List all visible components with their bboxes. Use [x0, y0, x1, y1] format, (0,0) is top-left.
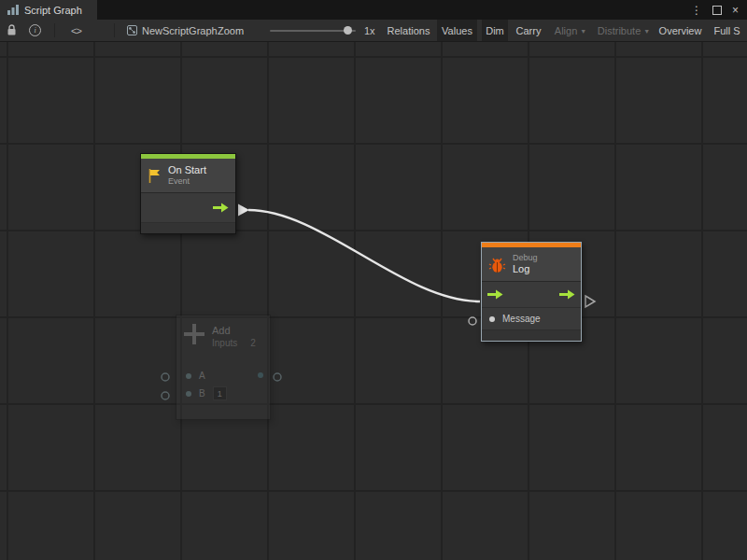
- carry-button[interactable]: Carry: [511, 20, 546, 41]
- overview-button[interactable]: Overview: [655, 20, 706, 41]
- toolbar: i <> NewScriptGraph Zoom 1x Relations Va…: [0, 20, 747, 42]
- port-b-label: B: [199, 388, 205, 399]
- port-b-value-field[interactable]: 1: [213, 386, 227, 400]
- window-controls: ⋮ ×: [691, 0, 747, 20]
- input-count[interactable]: 2: [250, 337, 256, 350]
- close-icon[interactable]: ×: [732, 5, 739, 16]
- port-a-label: A: [199, 371, 205, 381]
- message-port-indicator[interactable]: [469, 317, 476, 325]
- zoom-slider-track[interactable]: [270, 30, 356, 32]
- unity-script-graph-window: { "window": { "tab_title": "Script Graph…: [0, 0, 747, 560]
- plus-icon: [184, 324, 204, 344]
- title-bar: Script Graph ⋮ ×: [0, 0, 747, 20]
- node-debug-log[interactable]: Debug Log Message: [481, 242, 582, 342]
- dim-button[interactable]: Dim: [482, 20, 508, 41]
- bug-icon: [488, 256, 506, 273]
- zoom-slider-knob[interactable]: [344, 26, 352, 35]
- trigger-output-port[interactable]: [559, 289, 575, 300]
- add-header[interactable]: Add Inputs 2: [176, 315, 270, 354]
- info-icon[interactable]: i: [29, 20, 41, 41]
- add-port-b-row: B 1: [176, 385, 270, 402]
- node-subtitle: Event: [168, 176, 206, 187]
- on-start-footer: [141, 223, 235, 233]
- add-port-a-row: A: [176, 367, 270, 385]
- zoom-value: 1x: [364, 20, 375, 41]
- values-button[interactable]: Values: [437, 20, 477, 41]
- fullscreen-button[interactable]: Full S: [707, 20, 747, 41]
- message-value-port[interactable]: [489, 316, 495, 322]
- zoom-slider[interactable]: [270, 20, 356, 41]
- debug-trigger-row: [482, 282, 581, 308]
- zoom-label: Zoom: [218, 20, 244, 41]
- trigger-output-port[interactable]: [213, 203, 229, 213]
- node-category: Debug: [513, 253, 538, 263]
- node-title: Log: [513, 263, 538, 275]
- graph-name: NewScriptGraph: [142, 25, 218, 36]
- toolbar-separator: [54, 23, 55, 37]
- add-output-port[interactable]: [258, 372, 263, 378]
- relations-button[interactable]: Relations: [382, 20, 435, 41]
- lock-icon[interactable]: [7, 20, 17, 41]
- on-start-header[interactable]: On Start Event: [141, 159, 235, 193]
- distribute-dropdown[interactable]: Distribute▼: [594, 20, 654, 41]
- node-title: Add: [212, 324, 256, 337]
- node-subtitle: Inputs: [212, 337, 237, 350]
- chevron-down-icon: ▼: [580, 28, 586, 35]
- debug-header[interactable]: Debug Log: [482, 247, 581, 282]
- node-title: On Start: [168, 164, 206, 176]
- chevron-down-icon: ▼: [643, 28, 650, 35]
- align-dropdown[interactable]: Align▼: [549, 20, 592, 41]
- graph-asset[interactable]: NewScriptGraph: [127, 20, 218, 41]
- code-icon[interactable]: <>: [71, 20, 81, 41]
- wire-layer: [0, 42, 747, 560]
- node-on-start[interactable]: On Start Event: [140, 153, 236, 234]
- tab-title: Script Graph: [24, 5, 82, 16]
- tab-script-graph[interactable]: Script Graph: [0, 0, 97, 20]
- toolbar-separator: [114, 23, 115, 37]
- on-start-trigger-row: [141, 193, 235, 223]
- debug-output-port-indicator[interactable]: [585, 296, 595, 307]
- add-spacer: [176, 354, 270, 367]
- port-b-input[interactable]: [186, 391, 191, 397]
- menu-icon[interactable]: ⋮: [691, 5, 702, 16]
- maximize-icon[interactable]: [712, 6, 722, 15]
- connection-start-arrow: [238, 204, 249, 217]
- port-a-input[interactable]: [186, 373, 191, 379]
- graph-canvas[interactable]: On Start Event De: [0, 42, 747, 560]
- flag-icon: [148, 168, 162, 184]
- debug-footer: [482, 330, 581, 341]
- connection-wire[interactable]: [248, 210, 480, 301]
- graph-icon: [7, 5, 19, 15]
- message-port-label: Message: [502, 314, 541, 324]
- trigger-input-port[interactable]: [487, 289, 503, 300]
- node-add[interactable]: Add Inputs 2 A B 1: [176, 315, 271, 420]
- script-graph-asset-icon: [127, 25, 137, 35]
- debug-message-row: Message: [482, 308, 581, 330]
